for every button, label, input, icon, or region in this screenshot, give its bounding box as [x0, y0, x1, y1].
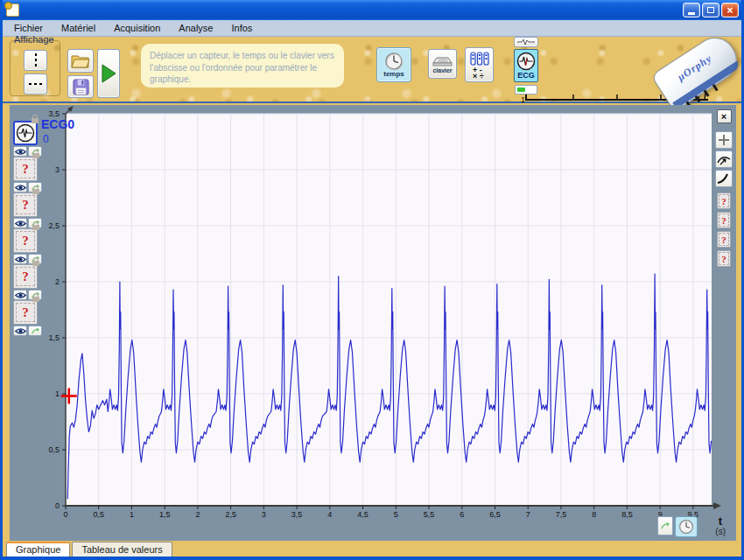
waveform-mini-icon: [516, 38, 536, 46]
question-placeholder: ?: [16, 303, 35, 322]
ecg-sensor-button[interactable]: ECG: [514, 49, 538, 82]
app-window: × FichierMatérielAcquisitionAnalyseInfos…: [0, 0, 744, 560]
temps-label: temps: [383, 71, 404, 78]
drag-curve-icon: [31, 326, 40, 336]
close-icon: ×: [721, 111, 726, 122]
tab-bar: Graphique Tableau de valeurs: [6, 541, 174, 556]
horizontal-separator-button[interactable]: [24, 74, 47, 94]
affichage-label: Affichage: [12, 34, 56, 45]
uorphy-device: µOrphy: [654, 37, 744, 103]
visibility-toggle[interactable]: [13, 254, 27, 264]
play-icon: [100, 63, 117, 84]
question-placeholder: ?: [719, 252, 729, 265]
svg-text:3: 3: [262, 510, 266, 519]
temps-button[interactable]: temps: [376, 47, 411, 82]
menu-item-analyse[interactable]: Analyse: [176, 22, 215, 34]
empty-channel-button[interactable]: ?: [13, 264, 38, 289]
tab-graphique[interactable]: Graphique: [6, 542, 70, 556]
svg-text:2,5: 2,5: [225, 510, 236, 519]
vertical-dashed-icon: [35, 53, 37, 67]
svg-text:8,5: 8,5: [621, 510, 633, 519]
svg-text:1,5: 1,5: [48, 333, 60, 342]
tab-tableau-de-valeurs[interactable]: Tableau de valeurs: [72, 542, 172, 556]
led-icon: [517, 88, 525, 92]
lock-icon: [32, 225, 39, 230]
tangent-curve-icon: [717, 172, 731, 186]
calc-table-button[interactable]: + - × ÷: [465, 47, 494, 82]
right-tools: × ????: [715, 109, 733, 270]
pointer-curve-button[interactable]: [715, 150, 733, 168]
svg-text:4,5: 4,5: [357, 510, 368, 519]
svg-text:1: 1: [130, 510, 134, 519]
menu-item-materiel[interactable]: Matériel: [59, 22, 98, 34]
sensor-mini-button[interactable]: [514, 37, 538, 47]
svg-text:0,5: 0,5: [48, 445, 60, 454]
clavier-button[interactable]: clavier: [428, 49, 457, 79]
empty-channel-button[interactable]: ?: [13, 300, 38, 325]
svg-text:0: 0: [55, 501, 60, 510]
clock-icon: [384, 52, 404, 71]
visibility-toggle[interactable]: [13, 290, 27, 300]
svg-text:× ÷: × ÷: [473, 72, 484, 79]
run-acquisition-button[interactable]: [97, 49, 120, 98]
eye-icon: [15, 327, 26, 335]
visibility-toggle[interactable]: [13, 218, 27, 228]
close-button[interactable]: ×: [721, 3, 739, 18]
minimize-icon: [688, 12, 695, 15]
menu-item-fichier[interactable]: Fichier: [11, 22, 46, 34]
empty-channel-button[interactable]: ?: [13, 157, 38, 181]
channel-value-label: 0: [43, 133, 49, 145]
svg-text:6,5: 6,5: [489, 510, 501, 519]
svg-text:2: 2: [55, 277, 60, 286]
lock-icon: [32, 189, 39, 194]
svg-text:1: 1: [55, 389, 60, 398]
empty-tool-button[interactable]: ?: [717, 231, 731, 248]
ecg0-channel-button[interactable]: [13, 121, 38, 145]
svg-text:0,5: 0,5: [93, 510, 104, 519]
title-bar: ×: [3, 0, 741, 20]
ecg-gauge-icon: [16, 123, 35, 143]
drag-curve-icon: [660, 521, 670, 531]
empty-channel-button[interactable]: ?: [13, 228, 38, 253]
open-file-button[interactable]: [67, 49, 94, 73]
minimize-button[interactable]: [683, 3, 700, 18]
question-placeholder: ?: [16, 267, 35, 286]
restore-button[interactable]: [702, 3, 719, 18]
save-floppy-icon: [73, 79, 89, 95]
eye-icon: [15, 184, 26, 192]
empty-tool-button[interactable]: ?: [717, 192, 731, 209]
x-axis-time-button[interactable]: [675, 516, 698, 537]
close-graph-button[interactable]: ×: [717, 109, 732, 123]
empty-tool-button[interactable]: ?: [717, 250, 731, 267]
empty-channel-button[interactable]: ?: [13, 192, 38, 217]
question-placeholder: ?: [719, 214, 729, 227]
vertical-separator-button[interactable]: [24, 50, 47, 71]
tangent-tool-button[interactable]: [715, 170, 733, 187]
question-placeholder: ?: [16, 159, 35, 178]
keyboard-icon: [432, 54, 453, 67]
question-placeholder: ?: [719, 233, 729, 246]
ecg-module-label: ECG: [517, 72, 535, 80]
save-button[interactable]: [67, 75, 94, 98]
sensor-slot-empty: ?: [13, 300, 43, 336]
x-axis-drag-button[interactable]: [657, 516, 673, 536]
visibility-toggle[interactable]: [13, 146, 27, 157]
channel-number: 1: [521, 95, 525, 104]
menu-item-acquisition[interactable]: Acquisition: [111, 22, 163, 34]
graph-panel: 00,511,522,533,544,555,566,577,588,599,5…: [10, 105, 736, 541]
visibility-toggle[interactable]: [13, 182, 27, 192]
ecg-gauge-icon: [516, 52, 536, 71]
x-axis-unit: (s): [715, 527, 726, 536]
svg-text:2,5: 2,5: [48, 221, 60, 230]
svg-text:4: 4: [327, 510, 332, 519]
menu-item-infos[interactable]: Infos: [228, 22, 255, 34]
svg-text:6: 6: [460, 510, 464, 519]
drag-curve-button[interactable]: [28, 326, 42, 336]
add-cursor-button[interactable]: [715, 131, 733, 149]
visibility-toggle[interactable]: [13, 326, 27, 336]
x-axis-name: t: [719, 514, 722, 528]
svg-text:3: 3: [55, 165, 60, 174]
close-icon: ×: [726, 5, 733, 16]
device-pin: [704, 89, 710, 96]
empty-tool-button[interactable]: ?: [717, 212, 731, 228]
